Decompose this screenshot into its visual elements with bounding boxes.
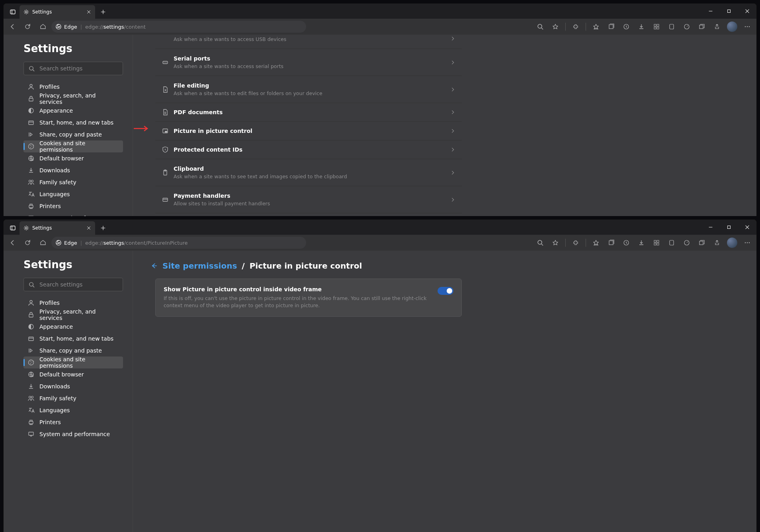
sidebar-item-user[interactable]: Profiles	[23, 297, 123, 309]
refresh-button[interactable]	[21, 20, 35, 33]
zoom-icon[interactable]	[533, 236, 547, 249]
tab-actions-button[interactable]	[6, 221, 20, 235]
permission-item-pip[interactable]: Picture in picture control	[155, 122, 462, 140]
close-tab-icon[interactable]	[86, 10, 91, 14]
permission-item-file[interactable]: File editingAsk when a site wants to edi…	[155, 76, 462, 103]
new-tab-button[interactable]	[98, 6, 109, 18]
tabs-icon[interactable]	[695, 236, 709, 249]
permission-item-clipboard[interactable]: ClipboardAsk when a site wants to see te…	[155, 159, 462, 186]
sidebar-item-label: Default browser	[39, 371, 84, 378]
sidebar-item-label: Languages	[39, 191, 70, 197]
share-icon[interactable]	[710, 236, 724, 249]
tabs-icon[interactable]	[695, 20, 709, 33]
close-tab-icon[interactable]	[86, 226, 91, 230]
history-icon[interactable]	[619, 20, 633, 33]
apps-icon[interactable]	[650, 20, 663, 33]
browser-tab[interactable]: Settings	[20, 221, 95, 235]
breadcrumb-link[interactable]: Site permissions	[162, 261, 237, 271]
new-tab-button[interactable]	[98, 222, 109, 234]
address-bar[interactable]: Edge | edge://settings/content/PictureIn…	[51, 237, 306, 249]
pdf-icon	[162, 109, 174, 116]
tab-actions-button[interactable]	[6, 5, 20, 19]
sidebar-item-cookie[interactable]: Cookies and site permissions	[23, 357, 123, 368]
search-settings-input[interactable]	[23, 278, 123, 291]
downloads-icon[interactable]	[635, 20, 648, 33]
home-button[interactable]	[36, 20, 50, 33]
breadcrumb-back-icon[interactable]	[150, 262, 158, 270]
menu-button[interactable]	[740, 20, 754, 33]
extensions-icon[interactable]	[569, 20, 582, 33]
lock-icon	[27, 95, 35, 102]
drop-icon[interactable]	[665, 20, 678, 33]
permission-item-payment[interactable]: Payment handlersAllow sites to install p…	[155, 186, 462, 213]
close-window-button[interactable]	[738, 220, 756, 235]
sidebar-item-language[interactable]: Languages	[23, 404, 123, 416]
permission-item-serial[interactable]: Serial portsAsk when a site wants to acc…	[155, 49, 462, 76]
performance-icon[interactable]	[680, 236, 694, 249]
sidebar-item-language[interactable]: Languages	[23, 188, 123, 200]
downloads-icon[interactable]	[635, 236, 648, 249]
sidebar-item-printer[interactable]: Printers	[23, 200, 123, 212]
favorites-icon[interactable]	[589, 236, 603, 249]
close-window-button[interactable]	[738, 4, 756, 19]
sidebar-item-user[interactable]: Profiles	[23, 81, 123, 93]
favorite-icon[interactable]	[549, 20, 562, 33]
collections-icon[interactable]	[604, 20, 618, 33]
permission-item-media[interactable]: Media autoplay	[155, 213, 462, 216]
back-button[interactable]	[6, 236, 20, 249]
zoom-icon[interactable]	[533, 20, 547, 33]
sidebar-item-system[interactable]: System and performance	[23, 428, 123, 440]
sidebar-item-share[interactable]: Share, copy and paste	[23, 345, 123, 357]
profile-avatar[interactable]	[725, 20, 739, 33]
svg-rect-68	[29, 432, 33, 435]
share-icon[interactable]	[710, 20, 724, 33]
menu-button[interactable]	[740, 236, 754, 249]
sidebar-item-label: Printers	[39, 203, 61, 209]
sidebar-item-family[interactable]: Family safety	[23, 392, 123, 404]
chevron-right-icon	[450, 196, 455, 203]
collections-icon[interactable]	[604, 236, 618, 249]
sidebar-item-download[interactable]: Downloads	[23, 380, 123, 392]
sidebar-item-appearance[interactable]: Appearance	[23, 105, 123, 117]
performance-icon[interactable]	[680, 20, 694, 33]
site-identity: Edge	[55, 240, 77, 246]
svg-rect-10	[609, 25, 613, 29]
favorite-icon[interactable]	[549, 236, 562, 249]
svg-rect-46	[609, 241, 613, 245]
sidebar-item-family[interactable]: Family safety	[23, 176, 123, 188]
svg-point-24	[30, 145, 31, 146]
profile-avatar[interactable]	[725, 236, 739, 249]
sidebar-item-cookie[interactable]: Cookies and site permissions	[23, 140, 123, 152]
sidebar-item-lock[interactable]: Privacy, search, and services	[23, 93, 123, 105]
sidebar-item-download[interactable]: Downloads	[23, 164, 123, 176]
address-bar[interactable]: Edge | edge://settings/content	[51, 21, 306, 33]
browser-tab[interactable]: Settings	[20, 5, 95, 19]
sidebar-item-tab[interactable]: Start, home, and new tabs	[23, 333, 123, 345]
favorites-icon[interactable]	[589, 20, 603, 33]
minimize-button[interactable]	[701, 4, 720, 19]
search-settings-input[interactable]	[23, 62, 123, 75]
maximize-button[interactable]	[720, 4, 738, 19]
permission-item-usb[interactable]: Ask when a site wants to access USB devi…	[155, 35, 462, 49]
back-button[interactable]	[6, 20, 20, 33]
sidebar-item-appearance[interactable]: Appearance	[23, 321, 123, 333]
apps-icon[interactable]	[650, 236, 663, 249]
minimize-button[interactable]	[701, 220, 720, 235]
sidebar-item-system[interactable]: System and performance	[23, 212, 123, 216]
permission-item-pdf[interactable]: PDF documents	[155, 103, 462, 122]
refresh-button[interactable]	[21, 236, 35, 249]
sidebar-item-browser[interactable]: Default browser	[23, 152, 123, 164]
extensions-icon[interactable]	[569, 236, 582, 249]
sidebar-item-tab[interactable]: Start, home, and new tabs	[23, 117, 123, 129]
sidebar-item-lock[interactable]: Privacy, search, and services	[23, 309, 123, 321]
sidebar-item-printer[interactable]: Printers	[23, 416, 123, 428]
toggle-switch[interactable]	[438, 287, 453, 295]
permission-item-shield[interactable]: Protected content IDs	[155, 140, 462, 159]
drop-icon[interactable]	[665, 236, 678, 249]
history-icon[interactable]	[619, 236, 633, 249]
maximize-button[interactable]	[720, 220, 738, 235]
home-button[interactable]	[36, 236, 50, 249]
sidebar-item-browser[interactable]: Default browser	[23, 368, 123, 380]
user-icon	[27, 83, 35, 90]
sidebar-item-share[interactable]: Share, copy and paste	[23, 129, 123, 140]
